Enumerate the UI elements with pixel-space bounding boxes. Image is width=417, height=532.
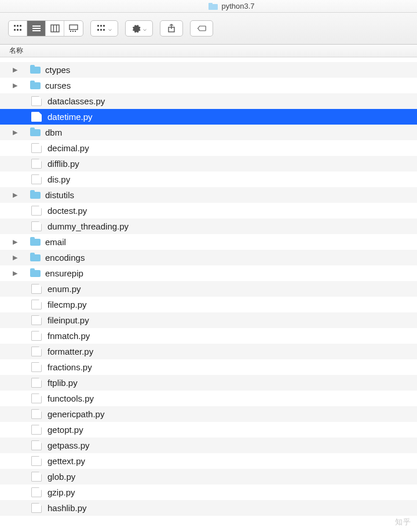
file-row[interactable]: functools.py — [0, 391, 417, 406]
file-row[interactable]: hashlib.py — [0, 500, 417, 516]
share-icon — [167, 24, 176, 33]
file-icon — [31, 456, 42, 466]
window-titlebar: python3.7 — [0, 0, 417, 13]
svg-rect-5 — [20, 29, 21, 31]
file-name: gzip.py — [47, 487, 75, 497]
file-row[interactable]: dis.py — [0, 172, 417, 187]
file-row[interactable]: enum.py — [0, 281, 417, 297]
folder-icon — [209, 3, 218, 10]
file-row[interactable]: genericpath.py — [0, 406, 417, 422]
file-row[interactable]: dummy_threading.py — [0, 218, 417, 234]
file-row[interactable]: getpass.py — [0, 438, 417, 453]
share-button[interactable] — [160, 20, 183, 37]
file-row[interactable]: ▶distutils — [0, 187, 417, 203]
file-row[interactable]: decimal.py — [0, 140, 417, 156]
disclosure-triangle-icon[interactable]: ▶ — [12, 82, 19, 89]
file-row[interactable]: doctest.py — [0, 203, 417, 218]
file-row[interactable]: ▶encodings — [0, 250, 417, 265]
tags-button[interactable] — [190, 20, 213, 37]
file-icon — [31, 221, 42, 231]
svg-rect-13 — [70, 31, 71, 32]
svg-rect-2 — [20, 25, 21, 27]
view-icon-button[interactable] — [9, 21, 27, 36]
file-row[interactable]: datetime.py — [0, 109, 417, 125]
toolbar: ⌵ ⌵ — [0, 13, 417, 45]
folder-icon — [30, 253, 41, 263]
disclosure-triangle-icon[interactable]: ▶ — [12, 191, 19, 199]
partial-row-top — [0, 57, 417, 62]
file-row[interactable]: glob.py — [0, 469, 417, 484]
file-icon — [31, 300, 42, 309]
file-name: gettext.py — [47, 456, 85, 466]
file-icon — [31, 409, 42, 419]
file-icon — [31, 112, 42, 122]
file-name: formatter.py — [47, 347, 93, 356]
file-icon — [31, 503, 42, 513]
file-row[interactable]: difflib.py — [0, 156, 417, 172]
file-row[interactable]: getopt.py — [0, 422, 417, 438]
group-by-button[interactable]: ⌵ — [90, 20, 118, 37]
file-row[interactable]: filecmp.py — [0, 297, 417, 312]
window-title: python3.7 — [221, 2, 254, 10]
file-icon — [31, 347, 42, 356]
columns-icon — [50, 24, 60, 33]
folder-icon — [30, 65, 41, 75]
file-name: dbm — [45, 127, 62, 137]
disclosure-triangle-icon[interactable]: ▶ — [12, 269, 19, 277]
file-row[interactable]: formatter.py — [0, 344, 417, 359]
file-icon — [31, 96, 42, 106]
action-menu-button[interactable]: ⌵ — [125, 20, 153, 37]
svg-rect-1 — [17, 25, 19, 27]
file-row[interactable]: ▶ensurepip — [0, 265, 417, 281]
disclosure-triangle-icon[interactable]: ▶ — [12, 238, 19, 246]
file-name: difflib.py — [47, 159, 79, 169]
file-row[interactable]: ▶dbm — [0, 125, 417, 140]
file-icon — [31, 284, 42, 294]
file-name: genericpath.py — [47, 409, 104, 419]
svg-rect-3 — [14, 29, 16, 31]
file-name: functools.py — [47, 393, 94, 403]
file-row[interactable]: fractions.py — [0, 359, 417, 375]
file-name: glob.py — [47, 472, 75, 482]
file-icon — [31, 425, 42, 435]
svg-rect-16 — [97, 25, 99, 27]
file-name: doctest.py — [47, 206, 87, 216]
file-name: dis.py — [47, 174, 70, 184]
file-row[interactable]: ftplib.py — [0, 375, 417, 391]
folder-icon — [30, 237, 41, 247]
disclosure-triangle-icon[interactable]: ▶ — [12, 66, 19, 74]
file-name: dataclasses.py — [47, 96, 105, 106]
disclosure-triangle-icon[interactable]: ▶ — [12, 129, 19, 136]
file-row[interactable]: ▶ctypes — [0, 62, 417, 78]
file-name: datetime.py — [47, 112, 93, 122]
view-gallery-button[interactable] — [64, 21, 83, 36]
view-mode-segment — [8, 20, 83, 37]
svg-rect-8 — [32, 30, 41, 31]
file-row[interactable]: gzip.py — [0, 484, 417, 500]
gallery-icon — [69, 24, 78, 33]
view-list-button[interactable] — [27, 21, 46, 36]
file-name: hashlib.py — [47, 503, 87, 513]
svg-rect-7 — [32, 28, 41, 29]
file-row[interactable]: fnmatch.py — [0, 328, 417, 344]
disclosure-triangle-icon[interactable]: ▶ — [12, 254, 19, 261]
svg-rect-6 — [32, 25, 41, 27]
folder-icon — [30, 268, 41, 279]
file-row[interactable]: fileinput.py — [0, 312, 417, 328]
file-row[interactable]: ▶curses — [0, 78, 417, 93]
file-name: getpass.py — [47, 440, 90, 450]
column-header-name[interactable]: 名称 — [0, 45, 417, 57]
file-name: dummy_threading.py — [47, 221, 129, 231]
file-icon — [31, 362, 42, 372]
file-row[interactable]: gettext.py — [0, 453, 417, 469]
file-name: curses — [45, 81, 71, 90]
view-columns-button[interactable] — [46, 21, 64, 36]
file-row[interactable]: ▶email — [0, 234, 417, 250]
file-name: fnmatch.py — [47, 331, 90, 341]
chevron-down-icon: ⌵ — [143, 25, 147, 32]
file-icon — [31, 472, 42, 482]
svg-rect-19 — [97, 29, 99, 31]
file-icon — [31, 206, 42, 216]
file-name: filecmp.py — [47, 300, 87, 309]
file-row[interactable]: dataclasses.py — [0, 93, 417, 109]
